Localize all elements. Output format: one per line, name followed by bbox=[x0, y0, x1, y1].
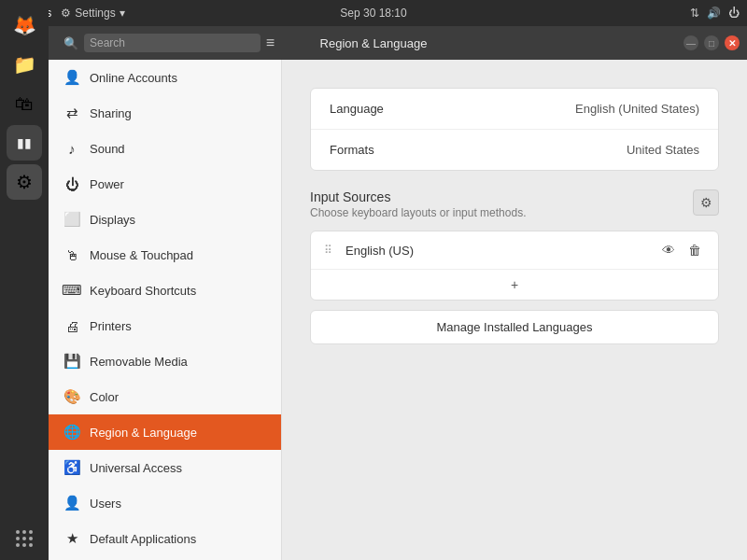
sound-icon: 🔊 bbox=[707, 7, 721, 20]
taskbar-software-center[interactable]: 🛍 bbox=[7, 86, 42, 121]
language-formats-card: Language English (United States) Formats… bbox=[310, 88, 719, 171]
close-button[interactable]: ✕ bbox=[725, 35, 740, 50]
sidebar-item-label: Region & Language bbox=[90, 426, 197, 440]
sidebar-item-sound[interactable]: ♪ Sound bbox=[49, 131, 281, 166]
taskbar-terminal[interactable]: ▮▮ bbox=[7, 125, 42, 161]
manage-languages-button[interactable]: Manage Installed Languages bbox=[310, 310, 719, 344]
sidebar-item-removable-media[interactable]: 💾 Removable Media bbox=[49, 343, 281, 379]
taskbar: 🦊 📁 🛍 ▮▮ ⚙ bbox=[0, 0, 49, 560]
drag-handle-icon: ⠿ bbox=[324, 244, 332, 257]
sidebar-item-label: Users bbox=[90, 497, 121, 511]
sidebar-item-power[interactable]: ⏻ Power bbox=[49, 166, 281, 202]
input-source-row: ⠿ English (US) 👁 🗑 bbox=[311, 231, 718, 270]
sidebar-item-label: Universal Access bbox=[90, 461, 182, 475]
color-icon: 🎨 bbox=[63, 388, 80, 405]
taskbar-firefox[interactable]: 🦊 bbox=[7, 7, 42, 43]
sidebar-item-default-applications[interactable]: ★ Default Applications bbox=[49, 521, 281, 556]
input-sources-title: Input Sources bbox=[310, 189, 526, 204]
input-source-actions: 👁 🗑 bbox=[658, 241, 705, 259]
printers-icon: 🖨 bbox=[63, 317, 80, 334]
sidebar-item-displays[interactable]: ⬜ Displays bbox=[49, 202, 281, 237]
sidebar-item-label: Default Applications bbox=[90, 532, 196, 546]
dot6 bbox=[29, 537, 33, 540]
region-language-icon: 🌐 bbox=[63, 424, 80, 441]
power-icon: ⏻ bbox=[728, 7, 740, 20]
mouse-icon: 🖱 bbox=[63, 246, 80, 263]
dot2 bbox=[22, 530, 26, 534]
sidebar: 👤 Online Accounts ⇄ Sharing ♪ Sound ⏻ Po… bbox=[49, 60, 282, 560]
users-icon: 👤 bbox=[63, 495, 80, 511]
taskbar-files[interactable]: 📁 bbox=[7, 47, 42, 82]
dot7 bbox=[16, 543, 20, 547]
sidebar-item-mouse-touchpad[interactable]: 🖱 Mouse & Touchpad bbox=[49, 237, 281, 273]
gear-small-icon: ⚙ bbox=[61, 7, 71, 20]
sidebar-item-label: Color bbox=[90, 390, 119, 404]
sidebar-item-region-language[interactable]: 🌐 Region & Language bbox=[49, 414, 281, 450]
window-title: Region & Language bbox=[320, 36, 428, 50]
input-sources-text: Input Sources Choose keyboard layouts or… bbox=[310, 189, 526, 219]
language-value: English (United States) bbox=[575, 102, 699, 116]
sidebar-item-label: Removable Media bbox=[90, 355, 188, 369]
sidebar-item-universal-access[interactable]: ♿ Universal Access bbox=[49, 450, 281, 485]
input-source-name: English (US) bbox=[345, 244, 649, 258]
sidebar-item-label: Power bbox=[90, 177, 124, 191]
maximize-button[interactable]: □ bbox=[704, 35, 719, 50]
sidebar-item-online-accounts[interactable]: 👤 Online Accounts bbox=[49, 60, 281, 95]
dot8 bbox=[22, 543, 26, 547]
input-source-list: ⠿ English (US) 👁 🗑 + bbox=[310, 231, 719, 301]
topbar-right: ⇅ 🔊 ⏻ bbox=[690, 7, 740, 20]
language-label: Language bbox=[330, 102, 384, 116]
formats-label: Formats bbox=[330, 143, 374, 157]
language-row: Language English (United States) bbox=[311, 89, 718, 130]
sidebar-item-label: Mouse & Touchpad bbox=[90, 248, 193, 262]
formats-value: United States bbox=[627, 143, 699, 157]
topbar-datetime: Sep 30 18:10 bbox=[340, 7, 406, 20]
minimize-button[interactable]: — bbox=[684, 35, 698, 50]
add-input-source-button[interactable]: + bbox=[311, 270, 718, 300]
sidebar-item-label: Keyboard Shortcuts bbox=[90, 284, 196, 298]
search-icon: 🔍 bbox=[63, 36, 78, 50]
sidebar-item-color[interactable]: 🎨 Color bbox=[49, 379, 281, 414]
sidebar-item-label: Sound bbox=[90, 142, 125, 156]
formats-row[interactable]: Formats United States bbox=[311, 130, 718, 170]
removable-media-icon: 💾 bbox=[63, 353, 80, 370]
sidebar-item-printers[interactable]: 🖨 Printers bbox=[49, 308, 281, 343]
sidebar-item-users[interactable]: 👤 Users bbox=[49, 485, 281, 521]
dot9 bbox=[29, 543, 33, 547]
main-layout: 👤 Online Accounts ⇄ Sharing ♪ Sound ⏻ Po… bbox=[49, 60, 747, 560]
sidebar-item-keyboard-shortcuts[interactable]: ⌨ Keyboard Shortcuts bbox=[49, 273, 281, 308]
window-titlebar: 🔍 ≡ Region & Language — □ ✕ bbox=[49, 26, 747, 60]
add-icon: + bbox=[511, 277, 518, 292]
preview-input-button[interactable]: 👁 bbox=[658, 241, 679, 259]
input-sources-subtitle: Choose keyboard layouts or input methods… bbox=[310, 206, 526, 219]
remove-input-button[interactable]: 🗑 bbox=[684, 241, 705, 259]
universal-access-icon: ♿ bbox=[63, 459, 80, 476]
sidebar-item-date-time[interactable]: 🕐 Date & Time bbox=[49, 556, 281, 560]
sidebar-item-label: Displays bbox=[90, 213, 135, 227]
dot3 bbox=[29, 530, 33, 534]
taskbar-apps-grid[interactable] bbox=[10, 525, 38, 553]
sidebar-search-area: 🔍 ≡ bbox=[56, 26, 282, 60]
window-controls: — □ ✕ bbox=[684, 35, 740, 50]
input-sources-settings-button[interactable]: ⚙ bbox=[693, 189, 719, 216]
topbar: Activities ⚙ Settings ▾ Sep 30 18:10 ⇅ 🔊… bbox=[0, 0, 747, 26]
sidebar-menu-icon[interactable]: ≡ bbox=[266, 35, 275, 51]
displays-icon: ⬜ bbox=[63, 211, 80, 228]
dot1 bbox=[16, 530, 20, 534]
default-apps-icon: ★ bbox=[63, 530, 80, 547]
keyboard-icon: ⌨ bbox=[63, 282, 80, 299]
taskbar-settings[interactable]: ⚙ bbox=[7, 164, 42, 200]
sidebar-item-sharing[interactable]: ⇄ Sharing bbox=[49, 95, 281, 131]
search-input[interactable] bbox=[84, 34, 261, 52]
sharing-icon: ⇄ bbox=[63, 105, 80, 121]
sidebar-item-label: Printers bbox=[90, 319, 132, 333]
sidebar-item-label: Sharing bbox=[90, 106, 132, 120]
settings-app-label[interactable]: ⚙ Settings ▾ bbox=[61, 7, 124, 20]
dot4 bbox=[16, 537, 20, 540]
network-icon: ⇅ bbox=[690, 7, 699, 20]
input-sources-header: Input Sources Choose keyboard layouts or… bbox=[310, 189, 719, 219]
app-area: 🔍 ≡ Region & Language — □ ✕ 👤 Online bbox=[49, 26, 747, 560]
dot5 bbox=[22, 537, 26, 540]
content-area: Language English (United States) Formats… bbox=[282, 60, 747, 560]
sidebar-item-label: Online Accounts bbox=[90, 71, 177, 85]
